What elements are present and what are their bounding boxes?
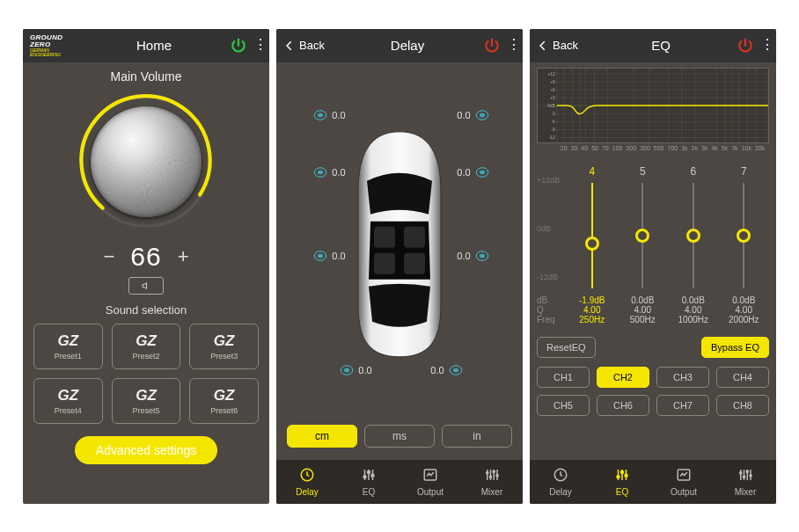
- param-freq-band-7[interactable]: 2000Hz: [719, 315, 770, 324]
- svg-point-28: [493, 470, 495, 472]
- tab-mixer[interactable]: Mixer: [461, 460, 523, 504]
- preset-button-2[interactable]: GZPreset2: [112, 324, 181, 369]
- power-button[interactable]: [229, 36, 248, 55]
- tab-delay[interactable]: Delay: [530, 460, 591, 504]
- tab-delay[interactable]: Delay: [276, 460, 338, 504]
- speaker-4[interactable]: 0.0: [454, 165, 493, 179]
- param-label-freq: Freq: [537, 315, 567, 324]
- power-button[interactable]: [736, 36, 755, 55]
- back-button[interactable]: Back: [537, 39, 586, 52]
- slider-thumb[interactable]: [737, 229, 751, 243]
- back-button[interactable]: Back: [283, 39, 333, 52]
- channel-button-ch5[interactable]: CH5: [537, 395, 590, 416]
- output-icon: [676, 467, 692, 485]
- band-slider[interactable]: [641, 183, 643, 288]
- eq-band-4: 4: [567, 165, 618, 288]
- preset-label: Preset4: [55, 406, 82, 415]
- svg-point-10: [318, 170, 323, 174]
- back-label: Back: [553, 39, 578, 52]
- volume-knob[interactable]: [71, 87, 221, 237]
- channel-button-ch6[interactable]: CH6: [597, 395, 649, 416]
- slider-thumb[interactable]: [635, 229, 649, 243]
- channel-button-ch7[interactable]: CH7: [656, 395, 709, 416]
- channel-button-ch2[interactable]: CH2: [597, 367, 649, 388]
- svg-point-69: [617, 475, 619, 477]
- power-button[interactable]: [482, 36, 502, 55]
- preset-logo: GZ: [136, 332, 157, 350]
- menu-dots-icon[interactable]: ⋮: [755, 42, 769, 47]
- tab-label: Delay: [549, 487, 572, 497]
- speaker-8[interactable]: 0.0: [428, 363, 466, 377]
- param-freq-band-4[interactable]: 250Hz: [567, 315, 618, 324]
- param-q-band-4[interactable]: 4.00: [567, 305, 618, 315]
- screen-home: GROUND ZERO GERMAN ENGINEERING Home ⋮ Ma…: [23, 29, 269, 504]
- band-slider[interactable]: [693, 183, 694, 288]
- svg-point-6: [318, 113, 323, 117]
- channel-button-ch3[interactable]: CH3: [656, 367, 709, 388]
- mixer-icon: [484, 467, 500, 485]
- param-q-band-5[interactable]: 4.00: [618, 305, 669, 315]
- unit-button-cm[interactable]: cm: [287, 425, 357, 448]
- preset-button-5[interactable]: GZPreset5: [112, 378, 181, 424]
- preset-button-4[interactable]: GZPreset4: [33, 378, 103, 424]
- param-q-band-6[interactable]: 4.00: [668, 305, 719, 315]
- unit-button-in[interactable]: in: [442, 425, 512, 448]
- tab-eq[interactable]: EQ: [338, 460, 400, 504]
- main-volume-label: Main Volume: [111, 69, 182, 84]
- volume-plus-button[interactable]: +: [178, 245, 189, 268]
- tab-output[interactable]: Output: [653, 460, 715, 504]
- speaker-1[interactable]: 0.0: [310, 108, 348, 122]
- param-freq-band-6[interactable]: 1000Hz: [668, 315, 719, 324]
- preset-button-1[interactable]: GZPreset1: [33, 324, 103, 369]
- param-db-band-7[interactable]: 0.0dB: [719, 295, 770, 305]
- param-db-band-5[interactable]: 0.0dB: [618, 295, 669, 305]
- preset-logo: GZ: [58, 387, 79, 404]
- svg-point-74: [743, 476, 744, 477]
- eq-band-7: 7: [719, 165, 770, 288]
- slider-max-label: +12dB: [537, 176, 567, 185]
- speaker-6[interactable]: 0.0: [454, 249, 493, 263]
- preset-logo: GZ: [136, 387, 157, 404]
- band-number: 7: [741, 165, 747, 178]
- advanced-settings-button[interactable]: Advanced settings: [75, 436, 217, 464]
- page-title: Delay: [333, 38, 482, 53]
- band-number: 6: [690, 165, 696, 178]
- speaker-2[interactable]: 0.0: [454, 108, 493, 122]
- speaker-7[interactable]: 0.0: [336, 363, 375, 377]
- speaker-5[interactable]: 0.0: [310, 249, 348, 263]
- channel-button-ch1[interactable]: CH1: [537, 367, 590, 388]
- param-db-band-6[interactable]: 0.0dB: [668, 295, 719, 305]
- mute-button[interactable]: [128, 277, 164, 295]
- slider-thumb[interactable]: [686, 229, 700, 243]
- preset-button-6[interactable]: GZPreset6: [189, 378, 259, 424]
- param-q-band-7[interactable]: 4.00: [719, 305, 770, 315]
- param-freq-band-5[interactable]: 500Hz: [618, 315, 669, 324]
- preset-button-3[interactable]: GZPreset3: [189, 324, 259, 369]
- output-icon: [422, 467, 438, 485]
- channel-button-ch4[interactable]: CH4: [716, 367, 769, 388]
- slider-mid-label: 0dB: [537, 224, 567, 233]
- eq-band-6: 6: [668, 165, 719, 288]
- bypass-eq-button[interactable]: Bypass EQ: [701, 337, 769, 358]
- tab-label: Output: [417, 487, 443, 497]
- menu-dots-icon[interactable]: ⋮: [248, 42, 262, 47]
- header: GROUND ZERO GERMAN ENGINEERING Home ⋮: [23, 29, 269, 62]
- svg-point-29: [496, 474, 498, 476]
- speaker-3[interactable]: 0.0: [310, 165, 348, 179]
- reset-eq-button[interactable]: ResetEQ: [537, 337, 596, 358]
- svg-point-23: [368, 470, 370, 473]
- tab-eq[interactable]: EQ: [591, 460, 653, 504]
- svg-point-75: [746, 470, 748, 472]
- svg-point-70: [621, 470, 624, 473]
- menu-dots-icon[interactable]: ⋮: [502, 42, 516, 47]
- slider-thumb[interactable]: [585, 237, 599, 251]
- band-slider[interactable]: [743, 183, 744, 288]
- channel-button-ch8[interactable]: CH8: [716, 395, 769, 416]
- param-db-band-4[interactable]: -1.9dB: [567, 295, 618, 305]
- unit-button-ms[interactable]: ms: [364, 425, 435, 448]
- tab-mixer[interactable]: Mixer: [715, 460, 776, 504]
- volume-minus-button[interactable]: −: [103, 245, 114, 268]
- band-slider[interactable]: [591, 183, 593, 288]
- tab-label: EQ: [616, 487, 628, 497]
- tab-output[interactable]: Output: [400, 460, 461, 504]
